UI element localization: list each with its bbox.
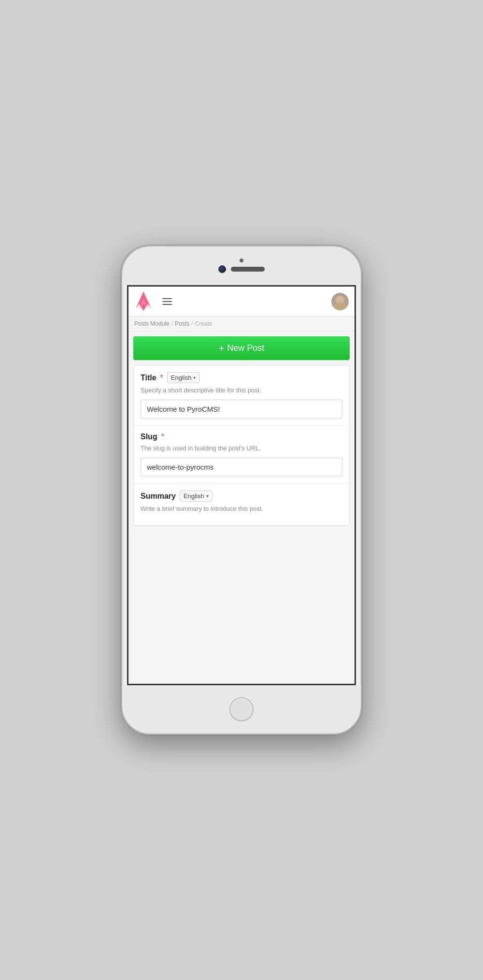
slug-field: Slug * The slug is used in building the … bbox=[134, 426, 349, 484]
summary-lang-label: English bbox=[184, 492, 204, 500]
hamburger-line-3 bbox=[162, 304, 172, 305]
breadcrumb-posts-module[interactable]: Posts Module bbox=[134, 320, 170, 327]
app-header bbox=[128, 287, 355, 317]
title-required-star: * bbox=[160, 374, 163, 382]
new-post-button[interactable]: + New Post bbox=[133, 336, 350, 360]
slug-required-star: * bbox=[161, 432, 164, 441]
summary-lang-dropdown[interactable]: English ▾ bbox=[180, 490, 213, 502]
logo bbox=[134, 290, 153, 312]
hamburger-menu[interactable] bbox=[158, 294, 176, 309]
phone-top-elements bbox=[218, 265, 265, 273]
summary-hint: Write a brief summary to introduce this … bbox=[141, 504, 342, 513]
home-button[interactable] bbox=[229, 697, 254, 721]
slug-input[interactable] bbox=[141, 458, 342, 476]
title-input[interactable] bbox=[141, 400, 342, 418]
title-lang-label: English bbox=[171, 374, 192, 381]
summary-lang-arrow-icon: ▾ bbox=[206, 493, 209, 499]
new-post-plus-icon: + bbox=[219, 344, 225, 353]
title-field: Title * English ▾ Specify a short descri… bbox=[134, 365, 349, 426]
front-camera bbox=[218, 265, 226, 273]
hamburger-line-1 bbox=[162, 298, 172, 299]
breadcrumb-sep-1: / bbox=[171, 320, 173, 327]
title-lang-arrow-icon: ▾ bbox=[193, 375, 196, 380]
title-lang-dropdown[interactable]: English ▾ bbox=[167, 372, 200, 383]
summary-field: Summary English ▾ Write a brief summary … bbox=[134, 484, 349, 525]
title-hint: Specify a short descriptive title for th… bbox=[141, 386, 342, 395]
user-avatar[interactable] bbox=[331, 293, 349, 310]
title-label: Title bbox=[141, 374, 156, 382]
phone-bottom-bar bbox=[122, 685, 361, 734]
slug-label: Slug bbox=[141, 432, 157, 441]
breadcrumb-sep-2: / bbox=[191, 320, 193, 327]
form-card: Title * English ▾ Specify a short descri… bbox=[133, 365, 350, 526]
phone-shell: Posts Module / Posts / Create + New Post bbox=[121, 245, 362, 735]
form-area: + New Post Title * English ▾ bbox=[128, 331, 355, 684]
new-post-label: New Post bbox=[227, 343, 264, 353]
summary-label: Summary bbox=[141, 492, 176, 501]
avatar-image bbox=[331, 293, 349, 310]
phone-speaker bbox=[231, 267, 265, 272]
slug-label-row: Slug * bbox=[141, 432, 342, 441]
breadcrumb-posts[interactable]: Posts bbox=[175, 320, 189, 327]
phone-screen: Posts Module / Posts / Create + New Post bbox=[127, 285, 356, 685]
phone-top-bar bbox=[122, 246, 361, 285]
breadcrumb-create: Create bbox=[195, 320, 212, 327]
title-label-row: Title * English ▾ bbox=[141, 372, 342, 383]
summary-label-row: Summary English ▾ bbox=[141, 490, 342, 502]
screen-content: Posts Module / Posts / Create + New Post bbox=[128, 287, 355, 684]
slug-hint: The slug is used in building the post's … bbox=[141, 444, 342, 453]
hamburger-line-2 bbox=[162, 301, 172, 302]
phone-dot bbox=[240, 259, 243, 262]
breadcrumb: Posts Module / Posts / Create bbox=[128, 317, 355, 331]
